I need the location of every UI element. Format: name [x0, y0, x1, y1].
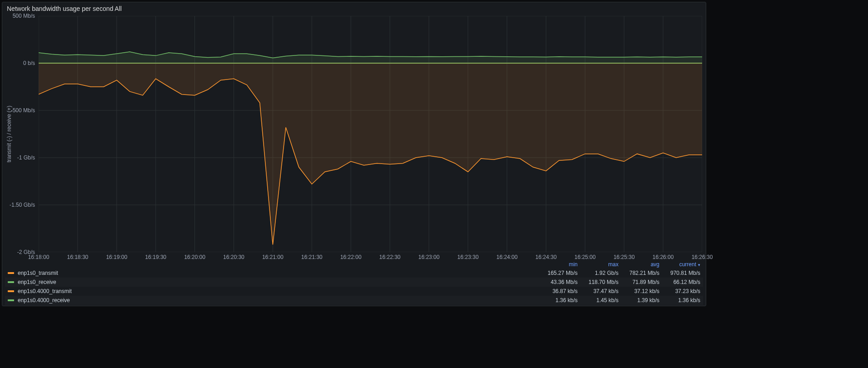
legend-min: 43.36 Mb/s	[537, 279, 578, 285]
x-tick-label: 16:25:30	[614, 254, 635, 260]
x-tick-label: 16:20:30	[223, 254, 244, 260]
legend-min: 1.36 kb/s	[537, 297, 578, 303]
chevron-down-icon: ▾	[698, 263, 700, 267]
x-tick-label: 16:18:00	[28, 254, 50, 260]
legend-row[interactable]: enp1s0.4000_transmit36.87 kb/s37.47 kb/s…	[5, 287, 703, 296]
legend-max: 1.92 Gb/s	[578, 270, 619, 276]
x-tick-label: 16:22:00	[340, 254, 362, 260]
legend-min: 36.87 kb/s	[537, 288, 578, 294]
legend-col-current[interactable]: current▾	[659, 261, 700, 268]
legend-current: 66.12 Mb/s	[659, 279, 700, 285]
x-tick-label: 16:24:00	[496, 254, 518, 260]
y-tick-label: -1 Gb/s	[0, 154, 35, 161]
legend-avg: 71.89 Mb/s	[619, 279, 659, 285]
legend-swatch	[8, 299, 14, 301]
legend-swatch	[8, 281, 14, 283]
legend-current: 37.23 kb/s	[659, 288, 700, 294]
panel-title: Network bandwidth usage per second All	[2, 2, 706, 14]
y-axis-label: transmit (-) / receive (+)	[6, 105, 12, 162]
x-tick-label: 16:19:00	[106, 254, 127, 260]
legend-current: 970.81 Mb/s	[659, 270, 700, 276]
legend-series-name: enp1s0_transmit	[18, 270, 537, 276]
legend-col-max[interactable]: max	[578, 261, 619, 268]
x-tick-label: 16:23:00	[418, 254, 439, 260]
legend-series-name: enp1s0.4000_transmit	[18, 288, 537, 294]
x-tick-label: 16:21:30	[301, 254, 323, 260]
legend-row[interactable]: enp1s0.4000_receive1.36 kb/s1.45 kb/s1.3…	[5, 296, 703, 305]
legend-series-name: enp1s0_receive	[18, 279, 537, 285]
legend-row[interactable]: enp1s0_transmit165.27 Mb/s1.92 Gb/s782.2…	[5, 269, 703, 278]
x-tick-label: 16:23:30	[457, 254, 479, 260]
legend-avg: 782.21 Mb/s	[619, 270, 659, 276]
legend-max: 1.45 kb/s	[578, 297, 619, 303]
legend-current: 1.36 kb/s	[659, 297, 700, 303]
x-tick-label: 16:20:00	[184, 254, 205, 260]
x-tick-label: 16:19:30	[145, 254, 166, 260]
legend: min max avg current▾ enp1s0_transmit165.…	[5, 260, 703, 305]
x-tick-label: 16:25:00	[574, 254, 596, 260]
x-tick-label: 16:18:30	[67, 254, 89, 260]
legend-col-min[interactable]: min	[537, 261, 578, 268]
x-tick-label: 16:26:00	[653, 254, 674, 260]
chart-series	[39, 16, 702, 252]
legend-avg: 37.12 kb/s	[619, 288, 659, 294]
legend-avg: 1.39 kb/s	[619, 297, 659, 303]
chart-panel: Network bandwidth usage per second All t…	[2, 2, 706, 306]
legend-min: 165.27 Mb/s	[537, 270, 578, 276]
legend-swatch	[8, 272, 14, 274]
y-tick-label: -500 Mb/s	[0, 107, 35, 114]
x-tick-label: 16:26:30	[692, 254, 713, 260]
y-tick-label: 500 Mb/s	[0, 13, 35, 19]
legend-row[interactable]: enp1s0_receive43.36 Mb/s118.70 Mb/s71.89…	[5, 278, 703, 287]
chart-area[interactable]: 500 Mb/s0 b/s-500 Mb/s-1 Gb/s-1.50 Gb/s-…	[39, 16, 702, 252]
y-tick-label: 0 b/s	[0, 60, 35, 66]
x-tick-label: 16:22:30	[379, 254, 401, 260]
x-tick-label: 16:21:00	[262, 254, 284, 260]
legend-max: 37.47 kb/s	[578, 288, 619, 294]
legend-series-name: enp1s0.4000_receive	[18, 297, 537, 303]
y-tick-label: -1.50 Gb/s	[0, 202, 35, 208]
legend-col-avg[interactable]: avg	[619, 261, 659, 268]
legend-swatch	[8, 290, 14, 292]
legend-header: min max avg current▾	[5, 260, 703, 269]
legend-max: 118.70 Mb/s	[578, 279, 619, 285]
x-tick-label: 16:24:30	[535, 254, 557, 260]
